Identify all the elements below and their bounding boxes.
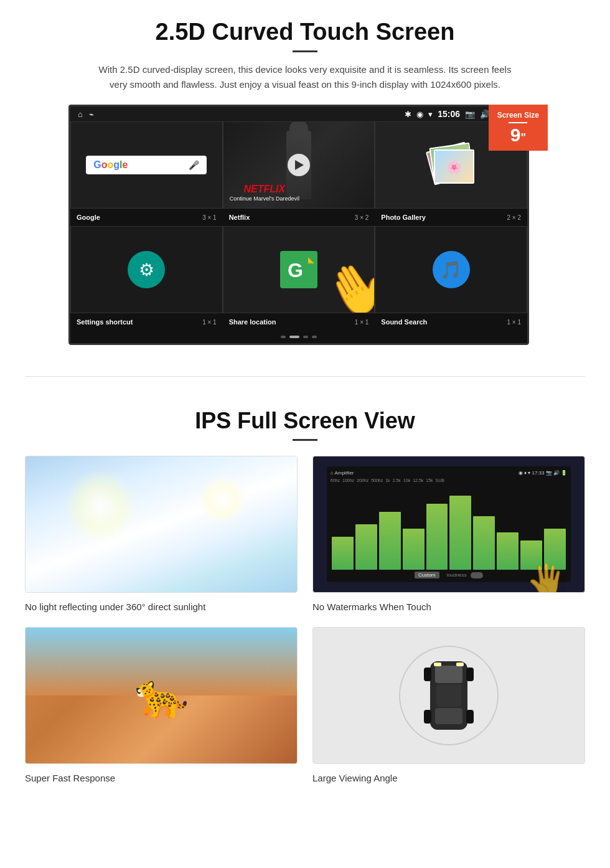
section-ips: IPS Full Screen View No light reflecting… bbox=[0, 395, 610, 802]
netflix-label: NETFLIX Continue Marvel's Daredevil bbox=[230, 184, 299, 202]
app-cell-share[interactable]: G 🤚 bbox=[223, 226, 375, 313]
app-grid-row2: ⚙ G 🤚 bbox=[70, 226, 527, 313]
status-bar-left: ⌂ ⌁ bbox=[78, 110, 94, 119]
android-screen: ⌂ ⌁ ✱ ◉ ▾ 15:06 📷 🔊 🔋 ⬜ bbox=[68, 105, 529, 345]
freq-2.5k: 2.5k bbox=[393, 478, 401, 483]
sunlight-image bbox=[25, 456, 298, 593]
amp-header: ⌂ Amplifier ◉ ♦ ▾ 17:33 📷 🔊 🔋 bbox=[331, 470, 567, 476]
hand-on-screen-icon: 🖐 bbox=[527, 562, 566, 593]
light-flare bbox=[63, 469, 138, 544]
section1-title: 2.5D Curved Touch Screen bbox=[37, 19, 573, 45]
amp-toggle[interactable] bbox=[471, 572, 483, 578]
netflix-app-name: Netflix bbox=[229, 214, 250, 221]
cheetah-icon: 🐆 bbox=[134, 670, 189, 721]
amp-title: ⌂ Amplifier bbox=[331, 470, 354, 476]
svg-text:G: G bbox=[288, 259, 303, 281]
amp-bar-8 bbox=[497, 532, 518, 570]
svg-rect-13 bbox=[456, 663, 464, 666]
home-icon[interactable]: ⌂ bbox=[78, 110, 83, 119]
car-circle bbox=[399, 646, 499, 745]
svg-rect-7 bbox=[436, 684, 461, 707]
badge-divider bbox=[509, 122, 527, 123]
app-label-settings: Settings shortcut 1 × 1 bbox=[70, 316, 223, 328]
app-label-share: Share location 1 × 1 bbox=[223, 316, 375, 328]
google-logo: Google bbox=[93, 159, 128, 171]
amp-status: ◉ ♦ ▾ 17:33 📷 🔊 🔋 bbox=[518, 470, 567, 476]
app-cell-music[interactable]: 🎵 bbox=[375, 226, 527, 313]
flower-icon: 🌸 bbox=[446, 159, 462, 174]
screen-size-badge: Screen Size 9" bbox=[489, 105, 548, 151]
amp-freq-labels: 60hz 100hz 200hz 500hz 1k 2.5k 10k 12.5k… bbox=[331, 478, 567, 483]
google-search-bar[interactable]: Google 🎤 bbox=[86, 156, 207, 174]
app-grid-row1: Google 🎤 bbox=[70, 121, 527, 209]
svg-rect-8 bbox=[424, 668, 431, 681]
feature-car: Large Viewing Angle bbox=[312, 627, 585, 783]
svg-rect-6 bbox=[435, 708, 462, 724]
freq-100: 100hz bbox=[342, 478, 354, 483]
app-cell-settings[interactable]: ⚙ bbox=[70, 226, 223, 313]
sunlight-caption: No light reflecting under 360° direct su… bbox=[25, 601, 298, 612]
amp-bar-2 bbox=[355, 524, 377, 570]
netflix-brand: NETFLIX bbox=[230, 184, 299, 194]
amp-loudness: loudness bbox=[447, 572, 467, 578]
photo-stack: 🌸 bbox=[426, 140, 476, 190]
sky-gradient bbox=[26, 456, 297, 592]
freq-sub: SUB bbox=[436, 478, 444, 483]
location-icon: ◉ bbox=[416, 110, 423, 119]
device-wrapper: Screen Size 9" ⌂ ⌁ ✱ ◉ ▾ 15:06 📷 🔊 bbox=[68, 105, 542, 345]
car-image bbox=[312, 627, 585, 764]
freq-200: 200hz bbox=[357, 478, 368, 483]
amp-bar-3 bbox=[379, 512, 401, 570]
app-label-gallery: Photo Gallery 2 × 2 bbox=[375, 212, 527, 223]
wifi-icon: ▾ bbox=[428, 110, 433, 119]
app-cell-netflix[interactable]: NETFLIX Continue Marvel's Daredevil bbox=[223, 121, 375, 209]
netflix-subtitle: Continue Marvel's Daredevil bbox=[230, 196, 299, 202]
app-cell-google[interactable]: Google 🎤 bbox=[70, 121, 223, 209]
badge-inch: " bbox=[520, 131, 526, 144]
app-labels-row2: Settings shortcut 1 × 1 Share location 1… bbox=[70, 313, 527, 331]
amp-bar-4 bbox=[403, 529, 425, 570]
svg-rect-11 bbox=[466, 710, 474, 724]
amp-bar-6 bbox=[449, 496, 471, 570]
feature-cheetah: 🐆 Super Fast Response bbox=[25, 627, 298, 783]
amplifier-image: ⌂ Amplifier ◉ ♦ ▾ 17:33 📷 🔊 🔋 60hz 100hz… bbox=[312, 456, 585, 593]
google-mic-icon[interactable]: 🎤 bbox=[189, 160, 199, 170]
google-app-name: Google bbox=[77, 214, 100, 221]
svg-rect-10 bbox=[424, 710, 431, 724]
freq-10k: 10k bbox=[403, 478, 410, 483]
photo-card-3: 🌸 bbox=[434, 149, 474, 184]
feature-amplifier: ⌂ Amplifier ◉ ♦ ▾ 17:33 📷 🔊 🔋 60hz 100hz… bbox=[312, 456, 585, 612]
pointing-hand-icon: 🤚 bbox=[314, 248, 375, 313]
bluetooth-icon: ✱ bbox=[405, 110, 411, 119]
status-time: 15:06 bbox=[438, 109, 460, 119]
app-label-google: Google 3 × 1 bbox=[70, 212, 223, 223]
svg-rect-12 bbox=[434, 663, 441, 666]
app-labels-row1: Google 3 × 1 Netflix 3 × 2 Photo Gallery… bbox=[70, 209, 527, 226]
freq-60: 60hz bbox=[331, 478, 340, 483]
svg-rect-9 bbox=[466, 668, 474, 681]
amp-custom-btn[interactable]: Custom bbox=[415, 572, 439, 578]
app-label-sound: Sound Search 1 × 1 bbox=[375, 316, 527, 328]
amp-bar-7 bbox=[473, 516, 495, 570]
amp-bars bbox=[331, 484, 567, 572]
play-triangle-icon bbox=[295, 160, 304, 170]
car-top-view-svg bbox=[418, 652, 480, 739]
share-app-size: 1 × 1 bbox=[355, 319, 369, 326]
amplifier-caption: No Watermarks When Touch bbox=[312, 601, 585, 612]
section-divider bbox=[25, 376, 585, 377]
feature-sunlight: No light reflecting under 360° direct su… bbox=[25, 456, 298, 612]
car-caption: Large Viewing Angle bbox=[312, 773, 585, 783]
maps-icon: G bbox=[280, 251, 317, 288]
settings-app-name: Settings shortcut bbox=[77, 318, 133, 326]
sound-app-name: Sound Search bbox=[381, 318, 427, 326]
page-dot-3 bbox=[303, 336, 308, 338]
play-button[interactable] bbox=[288, 154, 310, 176]
badge-size: 9" bbox=[497, 126, 539, 144]
amp-bar-1 bbox=[332, 537, 354, 570]
google-app-size: 3 × 1 bbox=[202, 214, 217, 221]
gallery-app-size: 2 × 2 bbox=[507, 214, 521, 221]
freq-1k: 1k bbox=[385, 478, 390, 483]
freq-15k: 15k bbox=[426, 478, 433, 483]
share-app-name: Share location bbox=[229, 318, 276, 326]
sound-app-size: 1 × 1 bbox=[507, 319, 521, 326]
